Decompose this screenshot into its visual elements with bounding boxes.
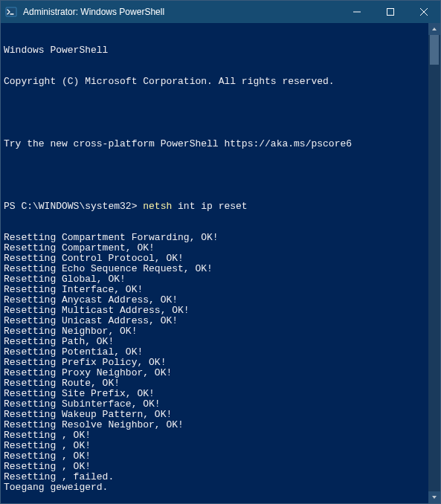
output-line: Resetting Compartment, OK! <box>4 243 425 253</box>
output-line: Resetting Potential, OK! <box>4 347 425 358</box>
output-line: Resetting Route, OK! <box>4 378 425 389</box>
output-line: Resetting , OK! <box>4 462 425 472</box>
scroll-thumb[interactable] <box>430 35 439 65</box>
output-line: Resetting , OK! <box>4 441 425 451</box>
output-line: Resetting Control Protocol, OK! <box>4 253 425 264</box>
output-line: Resetting Wakeup Pattern, OK! <box>4 410 425 420</box>
blank-line <box>4 108 425 118</box>
console-header-line: Copyright (C) Microsoft Corporation. All… <box>4 77 425 87</box>
output-line: Resetting Multicast Address, OK! <box>4 306 425 316</box>
minimize-button[interactable] <box>340 1 373 23</box>
blank-line <box>4 170 425 181</box>
vertical-scrollbar[interactable] <box>428 23 440 503</box>
output-line: Resetting Subinterface, OK! <box>4 399 425 410</box>
window-titlebar: Administrator: Windows PowerShell <box>1 1 440 23</box>
svg-rect-3 <box>387 9 393 16</box>
output-line: Resetting , OK! <box>4 430 425 441</box>
output-line <box>4 493 425 503</box>
console-area: Windows PowerShell Copyright (C) Microso… <box>1 23 440 503</box>
window-title: Administrator: Windows PowerShell <box>22 7 340 17</box>
scroll-down-arrow[interactable] <box>428 491 440 503</box>
output-line: Resetting Interface, OK! <box>4 285 425 295</box>
powershell-icon <box>5 6 17 18</box>
output-line: Resetting , failed. <box>4 472 425 482</box>
output-line: Resetting Resolve Neighbor, OK! <box>4 420 425 430</box>
output-line: Resetting Unicast Address, OK! <box>4 316 425 326</box>
output-line: Resetting , OK! <box>4 451 425 462</box>
command-args: int ip reset <box>172 201 247 212</box>
output-line: Resetting Prefix Policy, OK! <box>4 358 425 368</box>
console-output[interactable]: Windows PowerShell Copyright (C) Microso… <box>1 23 428 503</box>
output-block: Resetting Compartment Forwarding, OK!Res… <box>4 233 425 503</box>
scroll-up-arrow[interactable] <box>428 23 440 35</box>
close-button[interactable] <box>407 1 440 23</box>
prompt-line: PS C:\WINDOWS\system32> netsh int ip res… <box>4 201 425 212</box>
prompt-prefix: PS C:\WINDOWS\system32> <box>4 201 143 212</box>
output-line: Resetting Echo Sequence Request, OK! <box>4 264 425 274</box>
svg-rect-0 <box>6 7 16 16</box>
scroll-track[interactable] <box>428 35 440 491</box>
output-line: Resetting Proxy Neighbor, OK! <box>4 368 425 378</box>
console-try-line: Try the new cross-platform PowerShell ht… <box>4 139 425 149</box>
command-text: netsh <box>143 201 172 212</box>
output-line: Resetting Neighbor, OK! <box>4 326 425 337</box>
console-header-line: Windows PowerShell <box>4 45 425 56</box>
output-line: Resetting Site Prefix, OK! <box>4 389 425 399</box>
output-line: Resetting Anycast Address, OK! <box>4 295 425 306</box>
window-controls <box>340 1 440 23</box>
output-line: Resetting Compartment Forwarding, OK! <box>4 233 425 243</box>
output-line: Toegang geweigerd. <box>4 482 425 493</box>
output-line: Resetting Path, OK! <box>4 337 425 347</box>
maximize-button[interactable] <box>373 1 407 23</box>
output-line: Resetting Global, OK! <box>4 274 425 285</box>
